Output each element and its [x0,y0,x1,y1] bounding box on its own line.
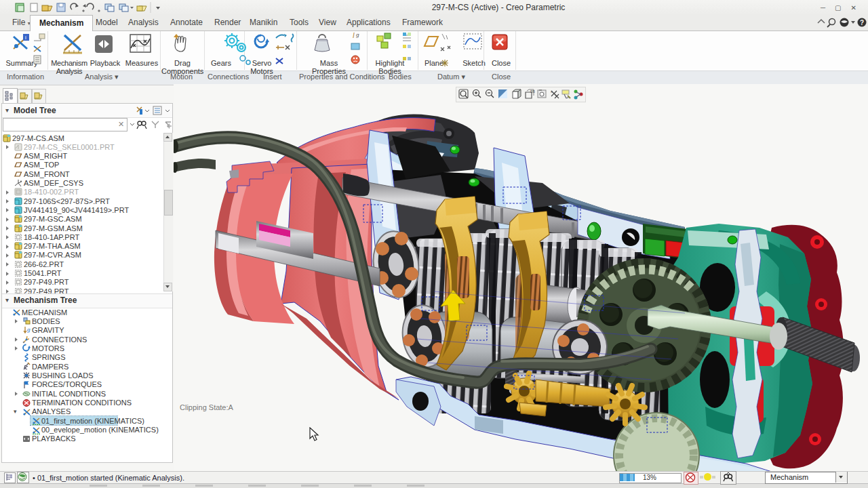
svg-text:g: g [356,32,359,38]
svg-text:i: i [25,35,26,41]
svg-text:I: I [353,32,355,39]
svg-text:g: g [27,327,31,333]
svg-text:?: ? [860,19,864,26]
